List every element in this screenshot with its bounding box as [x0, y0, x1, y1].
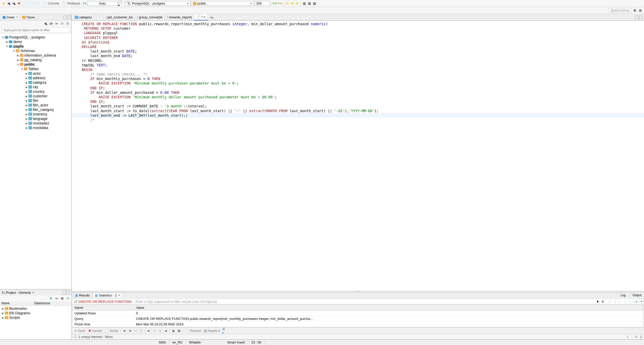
tree-item[interactable]: ▶mockada1 [0, 121, 71, 125]
next-icon[interactable]: › [158, 329, 162, 333]
bolt2-icon[interactable]: ⚡ [295, 1, 299, 6]
perspective2-icon[interactable]: ⊞ [638, 8, 642, 13]
tree-item[interactable]: ▶film_category [0, 107, 71, 112]
maximize-icon[interactable] [67, 16, 71, 19]
perspective1-icon[interactable]: ⊞ [632, 8, 637, 13]
expand-icon[interactable]: ⊞ [60, 296, 64, 300]
tree-item[interactable]: ▼Tables [0, 67, 71, 71]
gear-icon[interactable]: ⚙ [49, 296, 53, 300]
history-icon[interactable]: 🕑▾ [118, 1, 123, 6]
toggle-icon[interactable]: ▶ [25, 72, 28, 75]
toggle-icon[interactable]: ▶ [25, 113, 28, 116]
code-line[interactable]: CREATE OR REPLACE FUNCTION public.reward… [72, 22, 644, 26]
toggle-icon[interactable]: ▶ [25, 95, 28, 98]
tab-overflow[interactable]: »₄ [209, 15, 215, 20]
toggle-icon[interactable]: ▶ [17, 54, 20, 57]
nav-filter-icon[interactable]: 🗁 [49, 21, 53, 26]
next-icon[interactable]: →▾ [638, 299, 642, 304]
bolt-icon[interactable]: ⚡ [290, 1, 294, 6]
code-line[interactable]: /* [72, 118, 644, 122]
toggle-icon[interactable]: ▶ [2, 307, 5, 310]
code-line[interactable]: IF min_monthly_purchases = 0 THEN [72, 76, 644, 81]
toggle-icon[interactable]: ▼ [13, 50, 16, 52]
prev-icon[interactable]: ‹ [152, 329, 157, 333]
code-line[interactable]: AS $function$ [72, 40, 644, 45]
code-line[interactable]: RAISE EXCEPTION 'Minimum monthly dollar … [72, 95, 644, 99]
tab-database[interactable]: Datab ✕ [1, 15, 20, 20]
sql-editor[interactable]: CREATE OR REPLACE FUNCTION public.reward… [72, 21, 644, 290]
tree-item[interactable]: ▼PostgreSQL - postgres [0, 35, 71, 39]
tree-item[interactable]: ▶mockdata [0, 125, 71, 130]
tree-item[interactable]: ▶pg_catalog [0, 58, 71, 62]
code-line[interactable]: END IF; [72, 86, 644, 90]
toggle-icon[interactable]: ▶ [25, 122, 28, 125]
auto-commit-combo[interactable]: Auto [87, 1, 117, 6]
toggle-icon[interactable]: ▶ [2, 316, 5, 319]
apply-filter-icon[interactable]: ↻ [600, 299, 605, 304]
code-line[interactable]: rr RECORD; [72, 58, 644, 63]
grid-row[interactable]: Finish timeMon Mar 05 14:22:39 MSK 2018 [72, 322, 643, 327]
grid-row[interactable]: Updated Rows0 [72, 311, 643, 316]
project-item[interactable]: ▶Bookmarks [0, 306, 71, 311]
tree-item[interactable]: ▶address [0, 76, 71, 80]
toggle-icon[interactable]: ▶ [17, 59, 20, 61]
panel3-icon[interactable]: ▥ [312, 1, 317, 6]
panel1-icon[interactable]: ▥ [302, 1, 307, 6]
toggle-icon[interactable]: ▶ [25, 126, 28, 129]
code-line[interactable]: RAISE EXCEPTION 'Minimum monthly purchas… [72, 81, 644, 85]
tree-item[interactable]: ▶information_schema [0, 53, 71, 58]
gear-icon[interactable]: ⚙ ▾ [222, 329, 227, 333]
code-line[interactable]: LANGUAGE plpgsql [72, 31, 644, 35]
toggle-icon[interactable]: ▼ [2, 36, 5, 39]
close-icon[interactable]: ✕ [203, 15, 206, 19]
edit4-icon[interactable]: ⋮ [139, 329, 143, 333]
commit-button[interactable]: 📄Commit [41, 1, 61, 6]
tree-item[interactable]: ▼Schemas [0, 49, 71, 53]
code-line[interactable]: last_month_start := CURRENT_DATE - '3 mo… [72, 104, 644, 108]
editor-tab[interactable]: 📄*✕ [194, 14, 208, 20]
nav-collapse-icon[interactable]: ═ [54, 21, 59, 26]
prev-icon[interactable]: ←▾ [633, 299, 637, 304]
tree-item[interactable]: ▶language [0, 116, 71, 121]
maximize-icon[interactable] [639, 16, 642, 19]
project-tree[interactable]: ▶Bookmarks▶ER Diagrams▶Scripts [0, 306, 71, 339]
funnel3-icon[interactable]: ▿ [618, 299, 622, 304]
panel2-icon[interactable]: ▥ [307, 1, 312, 6]
record-button[interactable]: 📄Record [184, 329, 202, 333]
connect-icon[interactable]: 🔌 [7, 1, 11, 6]
script-button[interactable]: 📄Script [104, 329, 119, 333]
grid-header-name[interactable]: Name [72, 305, 134, 310]
toggle-icon[interactable]: ▼ [6, 45, 9, 48]
tree-item[interactable]: ▶actor [0, 71, 71, 76]
output-button[interactable]: 📄Output [627, 293, 642, 297]
quick-access-button[interactable]: Quick Access [609, 8, 631, 13]
cancel-button[interactable]: ✖Cancel [87, 329, 103, 333]
minimize-icon[interactable] [63, 16, 67, 19]
tree-item[interactable]: ▶country [0, 89, 71, 94]
rollback-button[interactable]: 📄Rollback [61, 1, 82, 6]
new-connection-icon[interactable]: ⚡ [2, 1, 6, 6]
tab-statistics[interactable]: ▦ Statistics - 2 ✕ [93, 293, 123, 298]
panels-button[interactable]: ▥Panels ▾ [203, 329, 221, 333]
toggle-icon[interactable]: ▼ [21, 68, 24, 70]
reconnect-icon[interactable]: 🔌 [12, 1, 16, 6]
edit3-icon[interactable]: ⋯ [133, 329, 138, 333]
tree-item[interactable]: ▼pagila [0, 44, 71, 49]
sql-console-icon[interactable]: 📄 [29, 1, 33, 6]
toggle-icon[interactable]: ▶ [25, 81, 28, 84]
code-line[interactable]: last_month_end := LAST_DAY(last_month_st… [72, 113, 644, 118]
edit2-icon[interactable]: ≡ [128, 329, 132, 333]
code-line[interactable]: RETURNS SETOF customer [72, 26, 644, 31]
minimize-icon[interactable] [635, 16, 638, 19]
tree-item[interactable]: ▶demo [0, 39, 71, 44]
code-line[interactable]: SECURITY DEFINER [72, 35, 644, 40]
nav-connect-icon[interactable]: 🔌 [43, 21, 48, 26]
toggle-icon[interactable]: ▶ [25, 108, 28, 111]
toggle-icon[interactable]: ▶ [25, 99, 28, 102]
editor-tab[interactable]: category [73, 14, 94, 20]
minimize-icon[interactable] [62, 291, 66, 294]
tab-results[interactable]: ▦ Results [73, 293, 92, 298]
disconnect-icon[interactable]: ✖ [17, 1, 21, 6]
add-row-icon[interactable]: ⊕ [171, 329, 176, 333]
code-line[interactable]: BEGIN [72, 67, 644, 72]
